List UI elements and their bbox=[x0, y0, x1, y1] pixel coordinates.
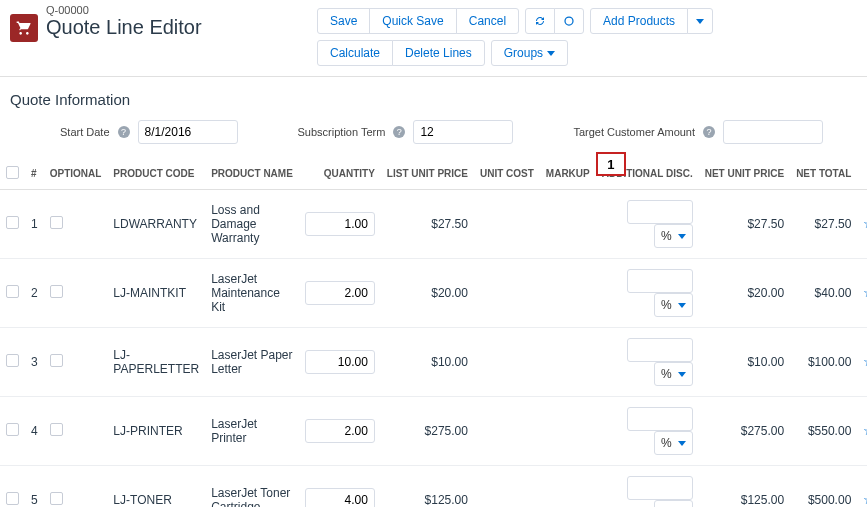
col-product-name: PRODUCT NAME bbox=[205, 158, 299, 190]
product-name: Loss and Damage Warranty bbox=[205, 190, 299, 259]
list-unit-price: $20.00 bbox=[381, 259, 474, 328]
start-date-input[interactable] bbox=[138, 120, 238, 144]
net-total: $100.00 bbox=[790, 328, 857, 397]
row-number: 5 bbox=[25, 466, 44, 508]
quantity-input[interactable] bbox=[305, 281, 375, 305]
col-markup: MARKUP 1 bbox=[540, 158, 596, 190]
list-unit-price: $275.00 bbox=[381, 397, 474, 466]
disc-unit-select[interactable]: % bbox=[654, 500, 693, 507]
optional-checkbox[interactable] bbox=[50, 423, 63, 436]
caret-down-icon bbox=[547, 51, 555, 56]
cart-icon bbox=[10, 14, 38, 42]
additional-disc-input[interactable] bbox=[627, 269, 693, 293]
help-icon[interactable]: ? bbox=[393, 126, 405, 138]
product-code: LJ-TONER bbox=[107, 466, 205, 508]
disc-unit-select[interactable]: % bbox=[654, 431, 693, 455]
page-title: Quote Line Editor bbox=[46, 16, 202, 39]
additional-disc-input[interactable] bbox=[627, 476, 693, 500]
line-items-table: # OPTIONAL PRODUCT CODE PRODUCT NAME QUA… bbox=[0, 158, 867, 507]
row-select-checkbox[interactable] bbox=[6, 354, 19, 367]
caret-down-icon bbox=[678, 234, 686, 239]
table-row: 1LDWARRANTYLoss and Damage Warranty$27.5… bbox=[0, 190, 867, 259]
net-unit-price: $275.00 bbox=[699, 397, 790, 466]
favorite-icon[interactable]: ☆ bbox=[863, 216, 867, 232]
favorite-icon[interactable]: ☆ bbox=[863, 492, 867, 507]
select-all-checkbox[interactable] bbox=[6, 166, 19, 179]
col-net-total: NET TOTAL bbox=[790, 158, 857, 190]
col-quantity: QUANTITY bbox=[299, 158, 381, 190]
caret-down-icon bbox=[678, 303, 686, 308]
col-unit-cost: UNIT COST bbox=[474, 158, 540, 190]
additional-disc-input[interactable] bbox=[627, 200, 693, 224]
unit-cost bbox=[474, 328, 540, 397]
net-total: $550.00 bbox=[790, 397, 857, 466]
refresh-icon bbox=[534, 15, 546, 27]
svg-point-0 bbox=[565, 17, 573, 25]
row-select-checkbox[interactable] bbox=[6, 285, 19, 298]
table-row: 3LJ-PAPERLETTERLaserJet Paper Letter$10.… bbox=[0, 328, 867, 397]
help-icon[interactable]: ? bbox=[118, 126, 130, 138]
start-date-label: Start Date bbox=[60, 126, 110, 138]
target-customer-amount-input[interactable] bbox=[723, 120, 823, 144]
cancel-button[interactable]: Cancel bbox=[456, 8, 519, 34]
favorite-icon[interactable]: ☆ bbox=[863, 285, 867, 301]
unit-cost bbox=[474, 259, 540, 328]
table-row: 5LJ-TONERLaserJet Toner Cartridge$125.00… bbox=[0, 466, 867, 508]
optional-checkbox[interactable] bbox=[50, 285, 63, 298]
favorite-icon[interactable]: ☆ bbox=[863, 354, 867, 370]
product-code: LDWARRANTY bbox=[107, 190, 205, 259]
row-select-checkbox[interactable] bbox=[6, 492, 19, 505]
net-unit-price: $27.50 bbox=[699, 190, 790, 259]
save-button[interactable]: Save bbox=[317, 8, 370, 34]
quick-save-button[interactable]: Quick Save bbox=[369, 8, 456, 34]
net-unit-price: $10.00 bbox=[699, 328, 790, 397]
row-number: 4 bbox=[25, 397, 44, 466]
row-select-checkbox[interactable] bbox=[6, 216, 19, 229]
col-product-code: PRODUCT CODE bbox=[107, 158, 205, 190]
reset-button[interactable] bbox=[554, 8, 584, 34]
add-products-menu-button[interactable] bbox=[687, 8, 713, 34]
help-icon[interactable]: ? bbox=[703, 126, 715, 138]
section-title-quote-info: Quote Information bbox=[0, 77, 867, 114]
favorite-icon[interactable]: ☆ bbox=[863, 423, 867, 439]
list-unit-price: $10.00 bbox=[381, 328, 474, 397]
add-products-button[interactable]: Add Products bbox=[590, 8, 688, 34]
quote-number: Q-00000 bbox=[46, 4, 202, 16]
product-code: LJ-MAINTKIT bbox=[107, 259, 205, 328]
row-select-checkbox[interactable] bbox=[6, 423, 19, 436]
target-customer-amount-label: Target Customer Amount bbox=[573, 126, 695, 138]
groups-button[interactable]: Groups bbox=[491, 40, 568, 66]
caret-down-icon bbox=[678, 441, 686, 446]
quantity-input[interactable] bbox=[305, 419, 375, 443]
unit-cost bbox=[474, 397, 540, 466]
col-optional: OPTIONAL bbox=[44, 158, 108, 190]
product-name: LaserJet Paper Letter bbox=[205, 328, 299, 397]
col-net-unit-price: NET UNIT PRICE bbox=[699, 158, 790, 190]
disc-unit-select[interactable]: % bbox=[654, 362, 693, 386]
quantity-input[interactable] bbox=[305, 212, 375, 236]
table-row: 2LJ-MAINTKITLaserJet Maintenance Kit$20.… bbox=[0, 259, 867, 328]
net-total: $500.00 bbox=[790, 466, 857, 508]
quantity-input[interactable] bbox=[305, 350, 375, 374]
delete-lines-button[interactable]: Delete Lines bbox=[392, 40, 485, 66]
optional-checkbox[interactable] bbox=[50, 354, 63, 367]
circle-icon bbox=[563, 15, 575, 27]
calculate-button[interactable]: Calculate bbox=[317, 40, 393, 66]
optional-checkbox[interactable] bbox=[50, 216, 63, 229]
additional-disc-input[interactable] bbox=[627, 338, 693, 362]
list-unit-price: $125.00 bbox=[381, 466, 474, 508]
quantity-input[interactable] bbox=[305, 488, 375, 507]
col-num: # bbox=[25, 158, 44, 190]
markup bbox=[540, 259, 596, 328]
additional-disc-input[interactable] bbox=[627, 407, 693, 431]
list-unit-price: $27.50 bbox=[381, 190, 474, 259]
markup bbox=[540, 328, 596, 397]
optional-checkbox[interactable] bbox=[50, 492, 63, 505]
markup bbox=[540, 397, 596, 466]
subscription-term-input[interactable] bbox=[413, 120, 513, 144]
net-unit-price: $20.00 bbox=[699, 259, 790, 328]
disc-unit-select[interactable]: % bbox=[654, 293, 693, 317]
disc-unit-select[interactable]: % bbox=[654, 224, 693, 248]
product-code: LJ-PAPERLETTER bbox=[107, 328, 205, 397]
refresh-button[interactable] bbox=[525, 8, 555, 34]
